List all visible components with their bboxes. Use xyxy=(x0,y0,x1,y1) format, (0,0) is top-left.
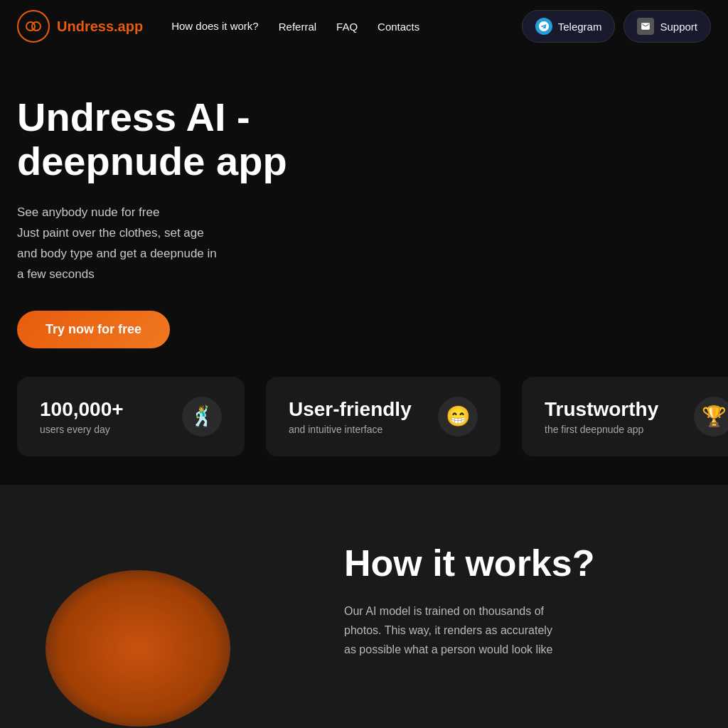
stat-text-trust: Trustworthy the first deepnude app xyxy=(545,398,658,435)
logo-area[interactable]: Undress.app xyxy=(17,10,143,43)
orange-blob-decoration xyxy=(46,570,230,727)
nav-contacts-link[interactable]: Contacts xyxy=(378,21,419,33)
try-now-button[interactable]: Try now for free xyxy=(17,311,170,348)
support-icon xyxy=(637,18,654,35)
logo-text: Undress.app xyxy=(57,18,143,35)
navbar: Undress.app How does it work? Referral F… xyxy=(0,0,728,53)
stat-label-users: users every day xyxy=(40,424,124,435)
stat-emoji-trust: 🏆 xyxy=(694,397,728,437)
svg-point-1 xyxy=(32,22,41,31)
how-section: How it works? Our AI model is trained on… xyxy=(0,485,728,728)
nav-faq-link[interactable]: FAQ xyxy=(336,21,358,33)
how-left xyxy=(17,542,316,698)
hero-section: Undress AI - deepnude app See anybody nu… xyxy=(0,53,728,485)
how-title: How it works? xyxy=(344,542,711,584)
stat-number-friendly: User-friendly xyxy=(289,398,412,421)
stat-number-trust: Trustworthy xyxy=(545,398,658,421)
hero-title: Undress AI - deepnude app xyxy=(17,95,373,183)
stat-emoji-users: 🕺 xyxy=(182,397,222,437)
how-description: Our AI model is trained on thousands of … xyxy=(344,601,671,660)
hero-description: See anybody nude for free Just paint ove… xyxy=(17,203,273,285)
stat-emoji-friendly: 😁 xyxy=(438,397,478,437)
nav-referral-link[interactable]: Referral xyxy=(279,21,316,33)
nav-buttons: Telegram Support xyxy=(522,10,711,43)
support-label: Support xyxy=(660,21,697,33)
telegram-label: Telegram xyxy=(558,21,602,33)
stat-number-users: 100,000+ xyxy=(40,398,124,421)
nav-how-link[interactable]: How does it work? xyxy=(171,20,259,33)
stat-card-users: 100,000+ users every day 🕺 xyxy=(17,377,245,456)
stat-label-trust: the first deepnude app xyxy=(545,424,658,435)
stat-card-trust: Trustworthy the first deepnude app 🏆 xyxy=(522,377,728,456)
nav-links: How does it work? Referral FAQ Contacts xyxy=(171,20,505,33)
support-button[interactable]: Support xyxy=(623,10,711,43)
telegram-button[interactable]: Telegram xyxy=(522,10,616,43)
telegram-icon xyxy=(535,18,552,35)
logo-icon xyxy=(17,10,50,43)
stat-text-users: 100,000+ users every day xyxy=(40,398,124,435)
logo-highlight: Un xyxy=(57,18,76,34)
how-right: How it works? Our AI model is trained on… xyxy=(344,542,711,660)
stat-card-friendly: User-friendly and intuitive interface 😁 xyxy=(266,377,500,456)
stat-label-friendly: and intuitive interface xyxy=(289,424,412,435)
stat-text-friendly: User-friendly and intuitive interface xyxy=(289,398,412,435)
